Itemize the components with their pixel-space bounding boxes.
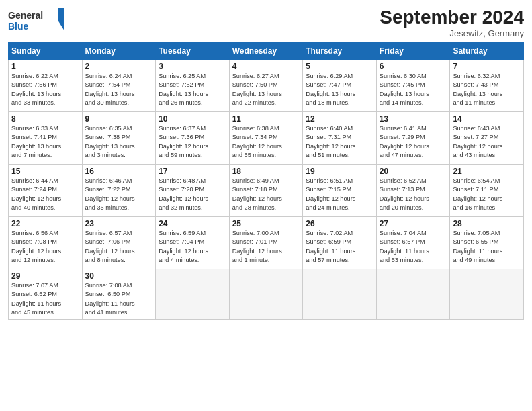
table-cell-empty <box>376 269 450 320</box>
table-row: 1 Sunrise: 6:22 AMSunset: 7:56 PMDayligh… <box>9 60 524 112</box>
list-item: 3 Sunrise: 6:25 AMSunset: 7:52 PMDayligh… <box>156 60 230 112</box>
svg-text:Blue: Blue <box>8 21 29 32</box>
list-item: 6 Sunrise: 6:30 AMSunset: 7:45 PMDayligh… <box>376 60 450 112</box>
list-item: 25 Sunrise: 7:00 AMSunset: 7:01 PMDaylig… <box>229 217 303 269</box>
logo: General Blue <box>8 7 69 34</box>
list-item: 26 Sunrise: 7:02 AMSunset: 6:59 PMDaylig… <box>303 217 377 269</box>
list-item: 17 Sunrise: 6:48 AMSunset: 7:20 PMDaylig… <box>156 165 230 217</box>
table-cell-empty <box>303 269 377 320</box>
list-item: 24 Sunrise: 6:59 AMSunset: 7:04 PMDaylig… <box>156 217 230 269</box>
col-wednesday: Wednesday <box>229 43 303 60</box>
list-item: 19 Sunrise: 6:51 AMSunset: 7:15 PMDaylig… <box>303 165 377 217</box>
list-item: 16 Sunrise: 6:46 AMSunset: 7:22 PMDaylig… <box>82 165 156 217</box>
col-thursday: Thursday <box>303 43 377 60</box>
list-item: 18 Sunrise: 6:49 AMSunset: 7:18 PMDaylig… <box>229 165 303 217</box>
title-block: September 2024 Jesewitz, Germany <box>380 7 524 38</box>
location: Jesewitz, Germany <box>380 28 524 38</box>
list-item: 9 Sunrise: 6:35 AMSunset: 7:38 PMDayligh… <box>82 112 156 165</box>
list-item: 7 Sunrise: 6:32 AMSunset: 7:43 PMDayligh… <box>450 60 524 112</box>
list-item: 30 Sunrise: 7:08 AMSunset: 6:50 PMDaylig… <box>82 269 156 320</box>
header: General Blue September 2024 Jesewitz, Ge… <box>8 7 524 38</box>
list-item: 4 Sunrise: 6:27 AMSunset: 7:50 PMDayligh… <box>229 60 303 112</box>
list-item: 21 Sunrise: 6:54 AMSunset: 7:11 PMDaylig… <box>450 165 524 217</box>
month-title: September 2024 <box>380 7 524 28</box>
col-friday: Friday <box>376 43 450 60</box>
page: General Blue September 2024 Jesewitz, Ge… <box>0 0 532 411</box>
col-tuesday: Tuesday <box>156 43 230 60</box>
calendar-table: Sunday Monday Tuesday Wednesday Thursday… <box>8 42 524 320</box>
list-item: 12 Sunrise: 6:40 AMSunset: 7:31 PMDaylig… <box>303 112 377 165</box>
col-saturday: Saturday <box>450 43 524 60</box>
list-item: 29 Sunrise: 7:07 AMSunset: 6:52 PMDaylig… <box>9 269 83 320</box>
list-item: 20 Sunrise: 6:52 AMSunset: 7:13 PMDaylig… <box>376 165 450 217</box>
list-item: 27 Sunrise: 7:04 AMSunset: 6:57 PMDaylig… <box>376 217 450 269</box>
logo-svg: General Blue <box>8 7 69 34</box>
col-sunday: Sunday <box>9 43 83 60</box>
list-item: 14 Sunrise: 6:43 AMSunset: 7:27 PMDaylig… <box>450 112 524 165</box>
list-item: 2 Sunrise: 6:24 AMSunset: 7:54 PMDayligh… <box>82 60 156 112</box>
table-row: 29 Sunrise: 7:07 AMSunset: 6:52 PMDaylig… <box>9 269 524 320</box>
list-item: 23 Sunrise: 6:57 AMSunset: 7:06 PMDaylig… <box>82 217 156 269</box>
table-cell-empty <box>156 269 230 320</box>
table-row: 22 Sunrise: 6:56 AMSunset: 7:08 PMDaylig… <box>9 217 524 269</box>
list-item: 5 Sunrise: 6:29 AMSunset: 7:47 PMDayligh… <box>303 60 377 112</box>
list-item: 15 Sunrise: 6:44 AMSunset: 7:24 PMDaylig… <box>9 165 83 217</box>
table-cell-empty <box>229 269 303 320</box>
list-item: 22 Sunrise: 6:56 AMSunset: 7:08 PMDaylig… <box>9 217 83 269</box>
list-item: 8 Sunrise: 6:33 AMSunset: 7:41 PMDayligh… <box>9 112 83 165</box>
list-item: 13 Sunrise: 6:41 AMSunset: 7:29 PMDaylig… <box>376 112 450 165</box>
table-row: 15 Sunrise: 6:44 AMSunset: 7:24 PMDaylig… <box>9 165 524 217</box>
list-item: 10 Sunrise: 6:37 AMSunset: 7:36 PMDaylig… <box>156 112 230 165</box>
table-row: 8 Sunrise: 6:33 AMSunset: 7:41 PMDayligh… <box>9 112 524 165</box>
svg-text:General: General <box>8 10 43 21</box>
list-item: 1 Sunrise: 6:22 AMSunset: 7:56 PMDayligh… <box>9 60 83 112</box>
list-item: 11 Sunrise: 6:38 AMSunset: 7:34 PMDaylig… <box>229 112 303 165</box>
list-item: 28 Sunrise: 7:05 AMSunset: 6:55 PMDaylig… <box>450 217 524 269</box>
table-cell-empty <box>450 269 524 320</box>
header-row: Sunday Monday Tuesday Wednesday Thursday… <box>9 43 524 60</box>
svg-marker-2 <box>58 8 64 31</box>
col-monday: Monday <box>82 43 156 60</box>
